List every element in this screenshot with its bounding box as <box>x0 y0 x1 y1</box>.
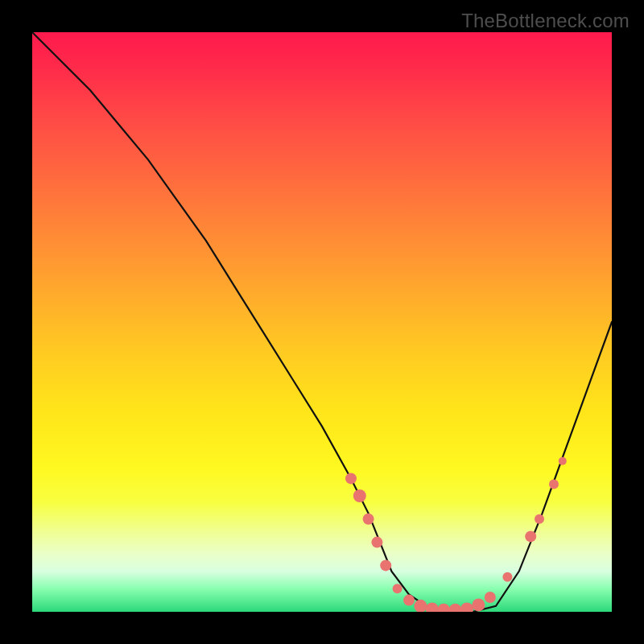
highlight-dot <box>559 457 567 465</box>
highlight-dot <box>472 598 485 611</box>
highlight-dot <box>549 480 559 489</box>
highlight-dot <box>437 604 450 612</box>
highlight-dot <box>345 473 357 484</box>
highlight-dot <box>525 530 536 542</box>
highlight-dots <box>345 457 567 612</box>
highlight-dot <box>363 514 374 525</box>
highlight-dot <box>353 489 366 502</box>
highlight-dot <box>380 559 391 571</box>
plot-area <box>32 32 612 612</box>
highlight-dot <box>449 604 462 612</box>
highlight-dot <box>393 584 402 593</box>
chart-frame: TheBottleneck.com <box>0 0 644 644</box>
bottleneck-curve <box>32 32 612 612</box>
highlight-dot <box>502 572 512 582</box>
watermark-text: TheBottleneck.com <box>461 10 630 32</box>
highlight-dot <box>485 592 496 603</box>
highlight-dot <box>535 514 544 524</box>
highlight-dot <box>460 602 473 612</box>
highlight-dot <box>371 537 382 548</box>
highlight-dot <box>426 602 439 612</box>
highlight-dot <box>414 600 427 612</box>
curve-layer <box>32 32 612 612</box>
highlight-dot <box>403 595 415 606</box>
